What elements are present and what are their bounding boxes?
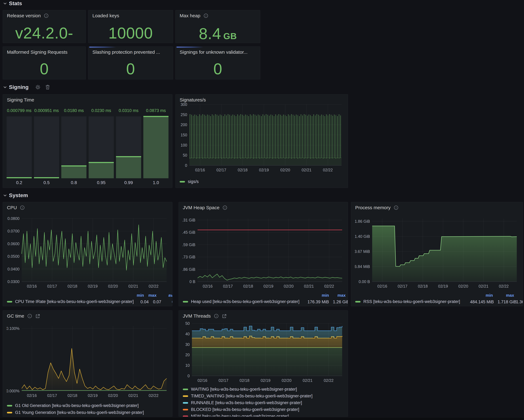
panel-title[interactable]: JVM Heap Space	[183, 205, 219, 210]
section-stats[interactable]: Stats	[3, 0, 22, 7]
svg-text:02/20: 02/20	[280, 168, 290, 172]
svg-text:02/18: 02/18	[67, 393, 77, 398]
legend-header-max[interactable]: max	[327, 293, 346, 298]
legend-header-avg[interactable]: avg	[157, 293, 172, 298]
panel-title[interactable]: Signing Time	[7, 97, 34, 103]
chevron-down-icon	[3, 194, 7, 197]
stat-unit: GB	[223, 31, 237, 41]
panel-title[interactable]: Signings for unknown validator...	[180, 50, 248, 55]
external-link-icon[interactable]	[35, 314, 40, 318]
signing-time-bar: 0.0180 ms0.8	[61, 108, 87, 185]
panel-title[interactable]: Malformed Signing Requests	[7, 50, 67, 55]
legend-item-rss[interactable]: RSS [teku-w3s-besu-teku-goerli-web3signe…	[355, 299, 460, 304]
panel-max-heap: Max heap i 8.4GB	[175, 10, 260, 43]
info-icon[interactable]: i	[223, 205, 227, 210]
panel-unknown-validator: Signings for unknown validator... 0	[175, 46, 260, 79]
bar-fill	[89, 162, 114, 178]
legend-label: G1 Old Generation [teku-w3s-besu-teku-go…	[15, 403, 139, 408]
svg-text:02/19: 02/19	[261, 378, 271, 383]
legend-swatch	[183, 301, 188, 302]
bar-value: 0.000799 ms	[7, 108, 31, 115]
svg-text:0.0700: 0.0700	[8, 229, 19, 233]
svg-text:02/20: 02/20	[108, 284, 118, 288]
trash-icon[interactable]	[45, 85, 50, 90]
svg-text:50: 50	[185, 321, 190, 326]
legend-header-max[interactable]: max	[138, 293, 157, 298]
svg-text:02/18: 02/18	[243, 284, 253, 288]
legend-header-min[interactable]: min	[310, 293, 329, 298]
svg-text:02/17: 02/17	[398, 284, 408, 288]
info-icon[interactable]: i	[214, 314, 219, 318]
svg-text:40: 40	[185, 332, 190, 336]
legend-swatch	[183, 389, 188, 390]
legend-swatch	[183, 416, 188, 417]
legend-item-sigs[interactable]: sigs/s	[180, 179, 199, 184]
info-icon[interactable]: i	[27, 314, 32, 318]
section-system[interactable]: System	[3, 192, 28, 198]
panel-title[interactable]: Loaded keys	[92, 13, 119, 18]
panel-title[interactable]: Slashing protection prevented ...	[92, 50, 160, 55]
stat-value: 10000	[88, 24, 173, 42]
legend-avg-value: 1.36 GiB	[514, 300, 523, 304]
legend-min-value: 176.39 MiB	[305, 300, 329, 304]
bar-track	[61, 116, 87, 178]
panel-title[interactable]: Process memory	[355, 205, 391, 210]
panel-title[interactable]: CPU	[7, 205, 17, 210]
svg-text:02/20: 02/20	[108, 393, 118, 398]
legend-header-min[interactable]: min	[474, 293, 493, 298]
svg-text:02/16: 02/16	[27, 284, 37, 288]
svg-text:02/17: 02/17	[223, 284, 233, 288]
info-icon[interactable]: i	[394, 205, 398, 210]
chevron-down-icon	[3, 86, 7, 88]
svg-text:150: 150	[181, 133, 187, 137]
legend-item[interactable]: NEW [teku-w3s-besu-teku-goerli-web3signe…	[183, 414, 289, 417]
stat-value: v24.2.0-RC1	[3, 24, 86, 43]
legend-header-max[interactable]: max	[495, 293, 514, 298]
gear-icon[interactable]	[35, 85, 41, 90]
info-icon[interactable]: i	[203, 13, 208, 18]
panel-gc-time: GC time i 02/1602/1702/1802/1902/2002/21…	[3, 310, 172, 417]
info-icon[interactable]: i	[20, 205, 25, 210]
jvm-threads-chart: 02/1602/1702/1802/1902/2002/2102/2201020…	[183, 319, 344, 385]
svg-text:02/22: 02/22	[499, 284, 509, 288]
legend-label: RUNNABLE [teku-w3s-besu-teku-goerli-web3…	[191, 400, 302, 405]
info-icon[interactable]: i	[44, 13, 49, 18]
svg-text:i: i	[225, 206, 225, 209]
legend-item[interactable]: G1 Old Generation [teku-w3s-besu-teku-go…	[7, 403, 139, 408]
svg-text:02/17: 02/17	[216, 168, 226, 172]
legend-label: TIMED_WAITING [teku-w3s-besu-teku-goerli…	[191, 394, 313, 398]
legend-item[interactable]: TIMED_WAITING [teku-w3s-besu-teku-goerli…	[183, 394, 313, 398]
bar-value: 0.0873 ms	[146, 108, 166, 115]
legend-item-cpu[interactable]: CPU Time IRate [teku-w3s-besu-teku-goerl…	[7, 299, 134, 304]
legend-item[interactable]: RUNNABLE [teku-w3s-besu-teku-goerli-web3…	[183, 400, 302, 405]
panel-title[interactable]: JVM Threads	[183, 313, 211, 319]
legend-item[interactable]: BLOCKED [teku-w3s-besu-teku-goerli-web3s…	[183, 407, 299, 412]
svg-text:i: i	[216, 315, 217, 317]
legend-item[interactable]: G1 Young Generation [teku-w3s-besu-teku-…	[7, 410, 144, 415]
bar-fill	[61, 165, 87, 178]
panel-title[interactable]: GC time	[7, 313, 24, 319]
svg-text:02/17: 02/17	[47, 393, 57, 398]
process-memory-chart: 02/1602/1702/1802/1902/2002/2102/220.00 …	[355, 210, 519, 291]
svg-text:02/22: 02/22	[323, 168, 333, 172]
legend-swatch	[7, 412, 12, 413]
legend-swatch	[7, 405, 12, 406]
legend-item-heap[interactable]: Heap used [teku-w3s-besu-teku-goerli-web…	[183, 299, 299, 304]
legend-item[interactable]: WAITING [teku-w3s-besu-teku-goerli-web3s…	[183, 387, 297, 392]
section-title: Signing	[9, 84, 29, 90]
section-signing[interactable]: Signing	[3, 84, 50, 90]
svg-text:0.0500: 0.0500	[8, 254, 19, 258]
svg-text:02/22: 02/22	[149, 284, 158, 288]
svg-text:02/18: 02/18	[238, 168, 248, 172]
panel-title[interactable]: Max heap	[180, 13, 201, 18]
external-link-icon[interactable]	[222, 314, 227, 318]
bar-value: 0.0310 ms	[119, 108, 139, 115]
bar-bucket-label: 0.8	[71, 180, 77, 185]
svg-text:0.0400: 0.0400	[8, 267, 19, 271]
svg-text:02/20: 02/20	[458, 284, 468, 288]
bar-fill	[7, 177, 32, 178]
signing-time-bar: 0.0230 ms0.95	[89, 108, 114, 185]
panel-title[interactable]: Release version	[7, 13, 41, 18]
stat-value: 0	[88, 60, 173, 78]
svg-text:02/21: 02/21	[128, 284, 138, 288]
